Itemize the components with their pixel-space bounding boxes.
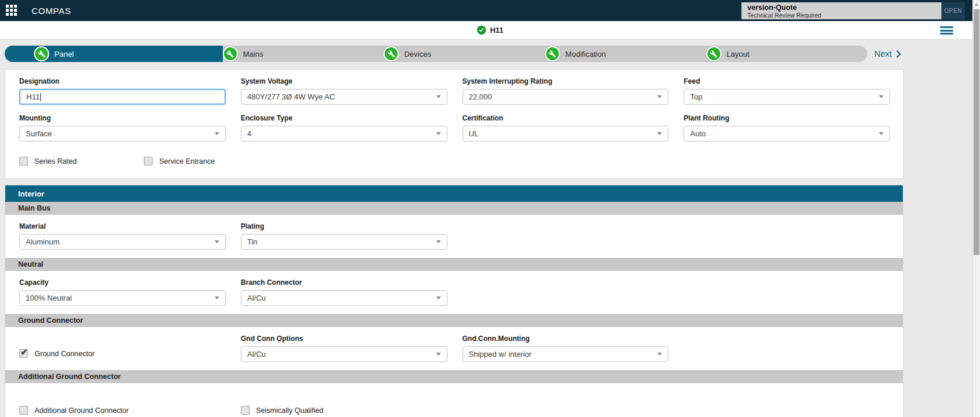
branch-connector-select[interactable]: Al/Cu bbox=[241, 290, 447, 306]
checkbox-icon[interactable] bbox=[19, 349, 28, 358]
chevron-down-icon bbox=[657, 353, 662, 356]
field-mounting: Mounting Surface bbox=[19, 114, 226, 142]
designation-input[interactable]: H11 bbox=[19, 89, 226, 105]
field-label: Gnd.Conn.Mounting bbox=[463, 335, 669, 343]
field-label: Material bbox=[19, 222, 226, 230]
field-label: System Voltage bbox=[241, 77, 447, 85]
chevron-down-icon bbox=[436, 95, 441, 98]
plating-select[interactable]: Tin bbox=[241, 234, 447, 250]
field-ground-connector-checkbox: Ground Connector bbox=[19, 335, 226, 362]
tab-mains[interactable]: Mains bbox=[223, 46, 384, 62]
field-label: Capacity bbox=[19, 278, 226, 287]
vertical-scrollbar[interactable]: ▲ bbox=[972, 0, 980, 417]
steps-pill: Panel Mains Devices Modification bbox=[5, 46, 867, 62]
mounting-select[interactable]: Surface bbox=[19, 126, 226, 142]
plant-routing-select[interactable]: Auto bbox=[684, 126, 890, 142]
gnd-conn-options-select[interactable]: Al/Cu bbox=[241, 346, 447, 362]
chevron-down-icon bbox=[436, 353, 441, 356]
tab-label: Panel bbox=[54, 50, 74, 58]
tab-label: Modification bbox=[565, 50, 606, 58]
field-certification: Certification UL bbox=[463, 114, 669, 142]
checkbox-icon[interactable] bbox=[19, 406, 28, 415]
panel-checkboxes: Series Rated Service Entrance bbox=[5, 142, 903, 178]
chevron-down-icon bbox=[657, 132, 662, 135]
checkbox-seismically-qualified[interactable]: Seismically Qualified bbox=[241, 406, 323, 415]
wrench-icon bbox=[384, 46, 399, 61]
field-label: Enclosure Type bbox=[241, 114, 447, 122]
feed-select[interactable]: Top bbox=[684, 89, 890, 105]
chevron-down-icon bbox=[436, 132, 441, 135]
checkbox-label: Service Entrance bbox=[159, 157, 215, 166]
wrench-icon bbox=[706, 46, 722, 61]
field-label: Plant Routing bbox=[684, 114, 890, 122]
panel-settings-card: Designation H11 System Voltage 480Y/277 … bbox=[5, 69, 903, 179]
checkbox-icon[interactable] bbox=[241, 406, 250, 415]
text-cursor bbox=[40, 93, 41, 101]
tab-label: Mains bbox=[243, 50, 264, 58]
version-widget: version-Quote Technical Review Required … bbox=[741, 2, 965, 19]
checkbox-label: Seismically Qualified bbox=[256, 406, 323, 415]
open-button[interactable]: OPEN bbox=[941, 2, 965, 19]
checkbox-series-rated[interactable]: Series Rated bbox=[19, 157, 77, 166]
material-select[interactable]: Aluminum bbox=[19, 234, 226, 250]
field-label: Certification bbox=[463, 114, 669, 122]
next-label: Next bbox=[874, 49, 892, 58]
checkbox-label: Additional Ground Connector bbox=[34, 406, 129, 415]
checkbox-icon[interactable] bbox=[19, 157, 28, 166]
chevron-down-icon bbox=[215, 132, 219, 135]
selected-value: Shipped w/ interior bbox=[469, 350, 654, 359]
interior-card: Interior Main Bus Material Aluminum Plat… bbox=[5, 185, 903, 417]
field-plating: Plating Tin bbox=[241, 222, 447, 250]
field-system-interrupting-rating: System Interrupting Rating 22,000 bbox=[463, 77, 669, 105]
scrollbar-thumb[interactable] bbox=[974, 9, 979, 255]
field-seismically-qualified: Seismically Qualified bbox=[241, 391, 447, 417]
selected-value: Al/Cu bbox=[247, 294, 433, 302]
field-label: Mounting bbox=[19, 114, 226, 122]
field-label: Plating bbox=[241, 222, 447, 230]
selected-value: Surface bbox=[26, 129, 211, 138]
field-plant-routing: Plant Routing Auto bbox=[684, 114, 890, 142]
selected-value: 22,000 bbox=[469, 92, 654, 101]
neutral-subheader: Neutral bbox=[5, 258, 903, 271]
main-bus-subheader: Main Bus bbox=[5, 202, 903, 215]
tab-layout[interactable]: Layout bbox=[706, 46, 868, 62]
selected-value: Tin bbox=[247, 237, 433, 246]
checkbox-label: Ground Connector bbox=[34, 350, 95, 358]
menu-icon[interactable] bbox=[940, 26, 953, 35]
next-button[interactable]: Next bbox=[874, 49, 903, 59]
tab-modification[interactable]: Modification bbox=[545, 46, 706, 62]
tab-label: Layout bbox=[727, 50, 750, 58]
certification-select[interactable]: UL bbox=[463, 126, 669, 142]
chevron-right-icon bbox=[893, 49, 903, 59]
selected-value: 100% Neutral bbox=[26, 294, 211, 302]
enclosure-type-select[interactable]: 4 bbox=[241, 126, 447, 142]
gnd-conn-mounting-select[interactable]: Shipped w/ interior bbox=[463, 346, 669, 362]
field-enclosure-type: Enclosure Type 4 bbox=[241, 114, 447, 142]
selected-value: Auto bbox=[690, 129, 875, 138]
checkbox-icon[interactable] bbox=[144, 157, 153, 166]
version-title: version-Quote bbox=[747, 4, 936, 12]
capacity-select[interactable]: 100% Neutral bbox=[19, 290, 226, 306]
app-grid-icon[interactable] bbox=[6, 5, 18, 16]
field-capacity: Capacity 100% Neutral bbox=[19, 278, 226, 306]
scroll-up-arrow-icon[interactable]: ▲ bbox=[973, 1, 980, 8]
step-navigation: Panel Mains Devices Modification bbox=[5, 46, 903, 62]
interior-section-header: Interior bbox=[5, 185, 903, 202]
system-voltage-select[interactable]: 480Y/277 3Ø 4W Wye AC bbox=[241, 89, 447, 105]
field-feed: Feed Top bbox=[684, 77, 890, 105]
checkbox-additional-ground-connector[interactable]: Additional Ground Connector bbox=[19, 406, 129, 415]
field-label: System Interrupting Rating bbox=[463, 77, 669, 85]
chevron-down-icon bbox=[436, 297, 441, 299]
tab-panel[interactable]: Panel bbox=[5, 46, 223, 62]
field-material: Material Aluminum bbox=[19, 222, 226, 250]
checkbox-ground-connector[interactable]: Ground Connector bbox=[19, 349, 95, 358]
wrench-icon bbox=[34, 46, 49, 61]
app-window: COMPAS version-Quote Technical Review Re… bbox=[0, 0, 980, 417]
tab-devices[interactable]: Devices bbox=[384, 46, 545, 62]
selected-value: UL bbox=[469, 129, 654, 138]
checkbox-service-entrance[interactable]: Service Entrance bbox=[144, 157, 215, 166]
version-info: version-Quote Technical Review Required bbox=[741, 2, 941, 19]
checkbox-label: Series Rated bbox=[34, 157, 77, 166]
system-interrupting-rating-select[interactable]: 22,000 bbox=[463, 89, 669, 105]
chevron-down-icon bbox=[879, 132, 884, 135]
